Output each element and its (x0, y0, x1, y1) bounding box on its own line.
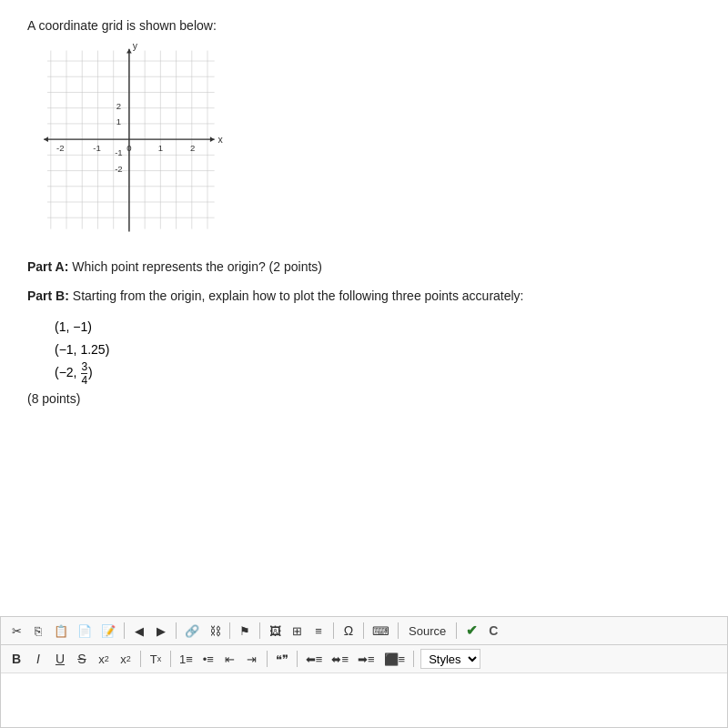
part-a-section: Part A: Which point represents the origi… (27, 257, 701, 277)
toolbar-row2: B I U S x2 x2 Tx 1≡ •≡ ⇤ ⇥ ❝❞ ⬅≡ ⬌≡ ➡≡ ⬛… (1, 645, 727, 672)
bold-button[interactable]: B (6, 649, 26, 669)
separator-3 (229, 622, 230, 639)
separator-12 (297, 651, 298, 667)
table-button[interactable]: ⊞ (287, 621, 307, 641)
link-button[interactable]: 🔗 (181, 621, 203, 641)
align-right-button[interactable]: ➡≡ (354, 649, 379, 669)
separator-1 (124, 622, 125, 639)
ordered-list-button[interactable]: 1≡ (176, 649, 197, 669)
strikethrough-button[interactable]: S (72, 649, 92, 669)
special-chars-button[interactable]: Ω (339, 621, 359, 641)
separator-9 (140, 651, 141, 667)
page: A coordinate grid is shown below: (0, 0, 728, 728)
svg-text:-1: -1 (115, 147, 123, 157)
subscript-button[interactable]: x2 (94, 649, 114, 669)
part-a-label: Part A: (27, 259, 68, 274)
points-list: (1, −1) (−1, 1.25) (−2, 34) (55, 316, 701, 386)
svg-text:-2: -2 (115, 164, 123, 174)
separator-8 (456, 622, 457, 639)
source-button[interactable]: Source (403, 621, 451, 641)
separator-6 (363, 622, 364, 639)
separator-7 (398, 622, 399, 639)
copy-button[interactable]: ⎘ (28, 621, 48, 641)
blockquote-button[interactable]: ❝❞ (272, 649, 292, 669)
svg-text:x: x (217, 134, 223, 145)
svg-text:y: y (133, 42, 138, 51)
paste-text-button[interactable]: 📄 (74, 621, 96, 641)
svg-text:1: 1 (158, 143, 163, 153)
paste-button[interactable]: 📋 (50, 621, 72, 641)
separator-13 (413, 651, 414, 667)
unlink-button[interactable]: ⛓ (205, 621, 225, 641)
unordered-list-button[interactable]: •≡ (198, 649, 218, 669)
separator-4 (259, 622, 260, 639)
part-b-label: Part B: (27, 288, 69, 303)
paste-word-button[interactable]: 📝 (97, 621, 119, 641)
styles-dropdown[interactable]: Styles (420, 649, 480, 669)
coordinate-grid: x y -2 -1 0 1 2 2 1 -1 -2 (27, 42, 228, 242)
part-b-text: Starting from the origin, explain how to… (69, 288, 524, 303)
svg-marker-24 (210, 136, 215, 142)
svg-marker-25 (126, 49, 132, 54)
underline-button[interactable]: U (50, 649, 70, 669)
points-label: (8 points) (27, 391, 701, 406)
separator-5 (333, 622, 334, 639)
svg-text:-2: -2 (56, 143, 64, 153)
intro-text: A coordinate grid is shown below: (27, 18, 701, 33)
separator-10 (170, 651, 171, 667)
part-b-section: Part B: Starting from the origin, explai… (27, 286, 701, 306)
italic-button[interactable]: I (28, 649, 48, 669)
separator-2 (176, 622, 177, 639)
superscript-button[interactable]: x2 (116, 649, 136, 669)
grid-container: x y -2 -1 0 1 2 2 1 -1 -2 (27, 42, 701, 242)
undo-button[interactable]: ◀ (129, 621, 149, 641)
part-a-text: Which point represents the origin? (2 po… (68, 259, 322, 274)
svg-text:0: 0 (126, 143, 131, 153)
flag-button[interactable]: ⚑ (235, 621, 255, 641)
spell-check-button[interactable]: ⌨ (369, 621, 393, 641)
cut-button[interactable]: ✂ (6, 621, 26, 641)
point-3: (−2, 34) (55, 361, 701, 386)
align-left-button[interactable]: ⬅≡ (302, 649, 327, 669)
separator-11 (267, 651, 268, 667)
indent-button[interactable]: ⇥ (242, 649, 262, 669)
reset-button[interactable]: C (483, 621, 503, 641)
align-center-button[interactable]: ⬌≡ (328, 649, 352, 669)
redo-button[interactable]: ▶ (151, 621, 171, 641)
svg-text:-1: -1 (93, 143, 101, 153)
fraction: 34 (81, 361, 87, 386)
list-button[interactable]: ≡ (308, 621, 329, 641)
remove-format-button[interactable]: Tx (146, 649, 166, 669)
outdent-button[interactable]: ⇤ (220, 649, 240, 669)
point-2: (−1, 1.25) (55, 339, 701, 361)
svg-text:2: 2 (116, 101, 121, 111)
image-button[interactable]: 🖼 (265, 621, 285, 641)
point-1: (1, −1) (55, 316, 701, 339)
toolbar-row1: ✂ ⎘ 📋 📄 📝 ◀ ▶ 🔗 ⛓ ⚑ 🖼 ⊞ ≡ Ω ⌨ Source ✔ (1, 617, 727, 645)
toolbar: ✂ ⎘ 📋 📄 📝 ◀ ▶ 🔗 ⛓ ⚑ 🖼 ⊞ ≡ Ω ⌨ Source ✔ (0, 616, 728, 728)
align-justify-button[interactable]: ⬛≡ (380, 649, 410, 669)
check-button[interactable]: ✔ (461, 621, 481, 641)
svg-marker-37 (44, 136, 48, 142)
svg-text:1: 1 (116, 116, 121, 126)
svg-text:2: 2 (190, 143, 195, 153)
editor-content-area[interactable] (1, 672, 727, 727)
